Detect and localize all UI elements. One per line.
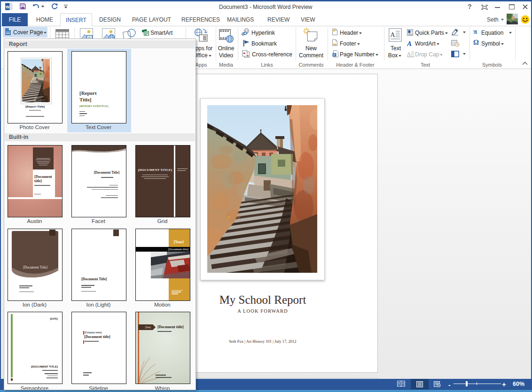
svg-text:#: # <box>333 53 335 56</box>
svg-text:A: A <box>407 40 412 46</box>
svg-text:A: A <box>407 51 411 56</box>
svg-text:A: A <box>390 31 395 38</box>
svg-text:W: W <box>6 5 10 9</box>
